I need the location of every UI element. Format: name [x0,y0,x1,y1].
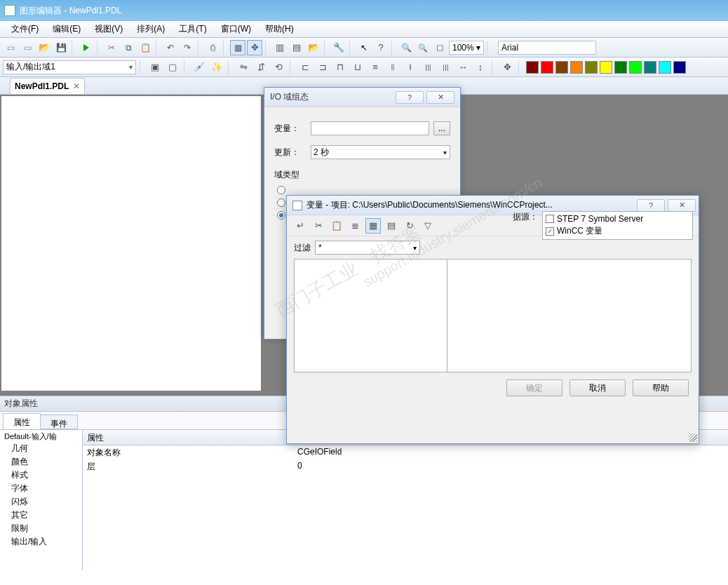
align5-button[interactable]: ≡ [368,60,383,75]
cut-button[interactable] [104,40,119,55]
menu-arrange[interactable]: 排列(A) [130,23,172,35]
help-button[interactable]: 帮助 [633,379,689,396]
dialog-close-button[interactable]: ✕ [426,91,454,104]
tool-filter-button[interactable]: ▽ [420,218,436,234]
pointer-button[interactable] [356,40,372,55]
color-swatch[interactable] [585,61,598,74]
cancel-button[interactable]: 取消 [569,379,626,396]
radio-option-selected[interactable] [277,211,285,220]
tool-view1-button[interactable]: ≣ [347,218,363,234]
color-swatch[interactable] [659,61,671,74]
checkbox-checked[interactable]: ✓ [546,227,554,236]
tree-root[interactable]: Default-输入/输 [3,431,79,442]
run-button[interactable] [79,40,94,55]
resize-grip-icon[interactable] [689,433,697,442]
align1-button[interactable]: ⊏ [297,60,313,75]
zoomfit-button[interactable]: ◻ [432,40,447,55]
close-tab-icon[interactable]: ✕ [73,81,80,91]
tool-view2-button[interactable]: ▦ [365,218,381,234]
property-tree[interactable]: Default-输入/输 几何 颜色 样式 字体 闪烁 其它 限制 输出/输入 [0,430,83,570]
color-swatch[interactable] [526,61,539,74]
align4-button[interactable]: ⊔ [350,60,365,75]
menu-help[interactable]: 帮助(H) [258,23,301,35]
save-button[interactable] [53,40,69,55]
tool-cut-button[interactable]: ✂ [311,218,326,234]
dialog-titlebar[interactable]: I/O 域组态 ? ✕ [264,88,460,107]
flip-h-button[interactable]: ⇋ [236,60,251,75]
dropper-button[interactable]: 💉 [191,60,207,75]
browse-button[interactable]: ... [433,121,450,135]
tool-up-button[interactable]: ↵ [292,218,308,234]
variable-list[interactable] [294,259,692,372]
radio-option[interactable] [277,199,285,207]
size1-button[interactable]: ↔ [455,60,471,75]
menu-file[interactable]: 文件(F) [4,23,46,35]
color-swatch[interactable] [614,61,627,74]
color-swatch[interactable] [673,61,686,74]
color-swatch[interactable] [570,61,583,74]
tree-item[interactable]: 闪烁 [3,495,79,509]
menu-window[interactable]: 窗口(W) [214,23,258,35]
list1-button[interactable]: ▥ [272,40,288,55]
color-swatch[interactable] [555,61,568,74]
grid-button[interactable] [230,40,245,55]
table-row[interactable]: 层 0 [83,459,728,473]
tree-item[interactable]: 限制 [3,522,79,535]
tab-events[interactable]: 事件 [40,415,78,429]
undo-button[interactable] [163,40,178,55]
snap-button[interactable]: ✥ [247,40,262,55]
list2-button[interactable]: ▤ [289,40,304,55]
tab-attributes[interactable]: 属性 [3,413,41,429]
filter-combo[interactable]: * [315,241,420,255]
variable-input[interactable] [311,121,429,135]
tool-refresh-button[interactable]: ↻ [402,218,417,234]
align6-button[interactable]: ⫴ [385,60,400,75]
document-tab[interactable]: NewPdl1.PDL ✕ [10,78,85,94]
new-button[interactable] [3,40,18,55]
tree-item[interactable]: 样式 [3,469,79,482]
dialog-close-button[interactable]: ✕ [668,199,696,212]
open-button[interactable] [36,40,52,55]
tree-item[interactable]: 几何 [3,442,79,455]
move-button[interactable]: ✥ [499,60,515,75]
bring-front-button[interactable]: ▣ [147,60,163,75]
object-combo[interactable]: 输入/输出域1 [3,60,136,74]
dialog-help-button[interactable]: ? [637,199,665,212]
menu-view[interactable]: 视图(V) [88,23,130,35]
tree-item[interactable]: 字体 [3,482,79,495]
font-combo[interactable]: Arial [498,41,596,55]
flip-v-button[interactable]: ⇵ [253,60,269,75]
dist1-button[interactable]: ⫼ [420,60,436,75]
color-swatch[interactable] [600,61,612,74]
col-attr[interactable]: 属性 [83,430,293,445]
paste-button[interactable] [137,40,153,55]
color-swatch[interactable] [629,61,642,74]
help-point-button[interactable]: ? [373,40,389,55]
zoomin-button[interactable] [398,40,414,55]
tool-paste-button[interactable]: 📋 [329,218,344,234]
zoom-combo[interactable]: 100% ▾ [449,41,484,55]
zoomout-button[interactable] [415,40,431,55]
tool-view3-button[interactable]: ▤ [384,218,399,234]
table-row[interactable]: 对象名称 CGeIOField [83,445,728,459]
menu-edit[interactable]: 编辑(E) [46,23,88,35]
tree-item[interactable]: 其它 [3,509,79,522]
folder-button[interactable] [306,40,321,55]
rotate-button[interactable]: ⟲ [271,60,286,75]
radio-option[interactable] [277,186,285,194]
tree-item[interactable]: 颜色 [3,455,79,469]
copy-button[interactable] [121,40,136,55]
redo-button[interactable] [180,40,195,55]
new2-button[interactable] [20,40,35,55]
dialog-help-button[interactable]: ? [396,91,424,104]
size2-button[interactable]: ↕ [473,60,488,75]
tree-item[interactable]: 输出/输入 [3,535,79,549]
align7-button[interactable]: ⫲ [403,60,418,75]
list-pane[interactable] [447,260,691,372]
align2-button[interactable]: ⊐ [315,60,330,75]
checkbox[interactable] [546,215,554,223]
ok-button[interactable]: 确定 [506,379,562,396]
color-swatch[interactable] [644,61,656,74]
wand-button[interactable]: ✨ [209,60,224,75]
canvas-page[interactable] [1,96,261,391]
